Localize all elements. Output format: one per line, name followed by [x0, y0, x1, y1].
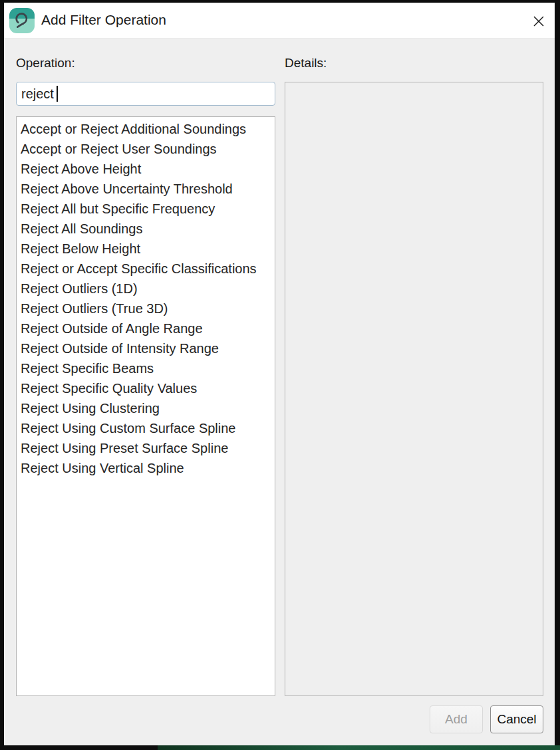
operation-list-item[interactable]: Reject Above Height	[17, 159, 275, 179]
dialog-title: Add Filter Operation	[41, 3, 166, 39]
operation-list-item[interactable]: Reject All Soundings	[17, 219, 275, 239]
screen: Add Filter Operation Operation: Details:…	[0, 0, 560, 750]
operation-list-item[interactable]: Accept or Reject Additional Soundings	[17, 119, 275, 139]
details-label: Details:	[285, 56, 327, 70]
add-filter-operation-dialog: Add Filter Operation Operation: Details:…	[4, 3, 555, 745]
dialog-titlebar[interactable]: Add Filter Operation	[4, 3, 555, 39]
operation-list[interactable]: Accept or Reject Additional SoundingsAcc…	[16, 116, 275, 696]
operation-list-item[interactable]: Reject Using Clustering	[17, 398, 275, 418]
operation-list-item[interactable]: Reject Above Uncertainty Threshold	[17, 179, 275, 199]
swirl-icon	[9, 8, 35, 33]
operation-search-wrap	[16, 82, 275, 106]
operation-list-item[interactable]: Reject Specific Beams	[17, 358, 275, 378]
close-button[interactable]	[529, 12, 548, 31]
operation-list-item[interactable]: Reject Using Preset Surface Spline	[17, 438, 275, 458]
operation-list-item[interactable]: Reject Below Height	[17, 239, 275, 259]
cancel-button[interactable]: Cancel	[490, 705, 543, 733]
operation-list-item[interactable]: Reject Using Custom Surface Spline	[17, 418, 275, 438]
operation-list-item[interactable]: Reject Specific Quality Values	[17, 378, 275, 398]
operation-list-item[interactable]: Reject Using Vertical Spline	[17, 458, 275, 478]
operation-label: Operation:	[16, 56, 75, 70]
add-button[interactable]: Add	[430, 705, 483, 733]
operation-list-item[interactable]: Reject Outside of Intensity Range	[17, 338, 275, 358]
operation-list-item[interactable]: Reject Outside of Angle Range	[17, 318, 275, 338]
close-x-icon	[530, 13, 547, 30]
details-panel	[285, 82, 543, 696]
operation-list-item[interactable]: Reject All but Specific Frequency	[17, 199, 275, 219]
operation-list-item[interactable]: Reject Outliers (1D)	[17, 279, 275, 299]
operation-list-item[interactable]: Reject or Accept Specific Classification…	[17, 259, 275, 279]
operation-list-item[interactable]: Accept or Reject User Soundings	[17, 139, 275, 159]
operation-list-item[interactable]: Reject Outliers (True 3D)	[17, 299, 275, 318]
background-app-strip	[158, 745, 560, 750]
qimera-app-icon	[9, 8, 35, 33]
text-caret	[57, 86, 58, 102]
operation-search-input[interactable]	[16, 82, 275, 106]
